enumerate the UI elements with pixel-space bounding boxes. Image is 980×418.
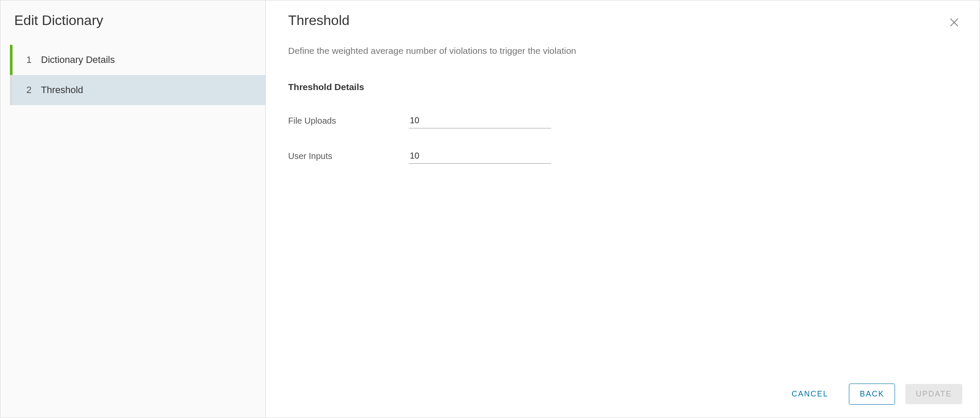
wizard-sidebar: Edit Dictionary 1 Dictionary Details 2 T…: [0, 0, 266, 418]
update-button[interactable]: UPDATE: [905, 384, 962, 404]
step-threshold[interactable]: 2 Threshold: [13, 75, 265, 105]
form-row-file-uploads: File Uploads: [288, 113, 957, 128]
main-title: Threshold: [288, 12, 349, 28]
main-header: Threshold: [266, 0, 980, 32]
description-text: Define the weighted average number of vi…: [288, 46, 957, 56]
user-inputs-input[interactable]: [409, 148, 551, 164]
step-number: 1: [26, 54, 41, 66]
back-button[interactable]: BACK: [849, 384, 895, 405]
file-uploads-input[interactable]: [409, 113, 551, 128]
step-list: 1 Dictionary Details 2 Threshold: [0, 45, 265, 105]
main-body: Define the weighted average number of vi…: [266, 32, 980, 373]
step-label: Dictionary Details: [41, 54, 115, 66]
user-inputs-label: User Inputs: [288, 151, 409, 161]
close-button[interactable]: [946, 14, 962, 32]
step-dictionary-details[interactable]: 1 Dictionary Details: [13, 45, 265, 75]
step-label: Threshold: [41, 84, 83, 96]
edit-dictionary-dialog: Edit Dictionary 1 Dictionary Details 2 T…: [0, 0, 980, 418]
form-row-user-inputs: User Inputs: [288, 148, 957, 164]
main-panel: Threshold Define the weighted average nu…: [266, 0, 980, 418]
sidebar-title: Edit Dictionary: [0, 12, 265, 45]
file-uploads-label: File Uploads: [288, 116, 409, 126]
step-number: 2: [26, 84, 41, 96]
dialog-footer: CANCEL BACK UPDATE: [266, 373, 980, 418]
close-icon: [949, 17, 960, 28]
section-title: Threshold Details: [288, 82, 957, 92]
cancel-button[interactable]: CANCEL: [781, 384, 839, 404]
